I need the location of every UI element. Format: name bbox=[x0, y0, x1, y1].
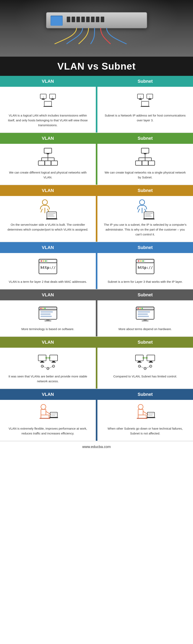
row1-subnet-header: Subnet bbox=[97, 76, 193, 87]
row2-subnet-col: We can create logical networks via a sin… bbox=[97, 144, 193, 185]
cables-svg bbox=[46, 28, 147, 44]
person-laptop-icon-1 bbox=[38, 199, 58, 221]
svg-rect-6 bbox=[44, 101, 51, 106]
row5-subnet-col: More about terms depend on hardware. bbox=[97, 300, 193, 336]
row4-subnet-icon: http:// bbox=[135, 258, 155, 276]
row7-vlan-text: VLAN is extremely flexible, improves per… bbox=[6, 426, 90, 436]
row7-header: VLAN Subnet bbox=[0, 389, 193, 400]
row4-header: VLAN Subnet bbox=[0, 242, 193, 253]
svg-rect-29 bbox=[51, 161, 58, 166]
monitor-ui-icon-1b bbox=[135, 306, 155, 322]
row6-vlan-col: It was seen that VLANs are better and pr… bbox=[0, 348, 96, 388]
footer: www.educba.com bbox=[0, 441, 193, 452]
row2-body: We can create different logical and phys… bbox=[0, 144, 193, 185]
row1-divider bbox=[96, 76, 97, 87]
row6-subnet-text: Compared to VLAN, Subnet has limited con… bbox=[113, 374, 177, 379]
svg-rect-93 bbox=[41, 361, 43, 362]
svg-point-76 bbox=[44, 308, 46, 309]
person-laptop-icon-1b bbox=[135, 199, 155, 221]
svg-rect-127 bbox=[49, 417, 58, 418]
row1-header: VLAN Subnet bbox=[0, 76, 193, 87]
svg-rect-5 bbox=[51, 99, 54, 100]
row3-body-divider bbox=[96, 196, 97, 242]
svg-point-68 bbox=[140, 260, 142, 262]
row4-body-divider bbox=[96, 253, 97, 289]
svg-rect-45 bbox=[46, 218, 57, 220]
router-ports bbox=[67, 16, 104, 22]
row5-body-divider bbox=[96, 300, 97, 336]
network-tree-icon-1b bbox=[135, 148, 155, 168]
port-3 bbox=[76, 16, 80, 22]
svg-rect-137 bbox=[147, 417, 155, 418]
row7-subnet-header: Subnet bbox=[97, 389, 193, 400]
svg-rect-11 bbox=[140, 98, 142, 99]
row5-body: More terminology is based on software. bbox=[0, 300, 193, 336]
svg-line-42 bbox=[41, 209, 42, 212]
svg-rect-7 bbox=[43, 106, 52, 107]
row2-subnet-text: We can create logical networks via a sin… bbox=[103, 170, 187, 180]
row4-vlan-icon: http:// bbox=[38, 258, 58, 276]
row6-subnet-col: Compared to VLAN, Subnet has limited con… bbox=[97, 348, 193, 388]
svg-rect-14 bbox=[149, 98, 151, 99]
row2-body-divider bbox=[96, 144, 97, 185]
row1-vlan-text: VLAN is a logical LAN which includes tra… bbox=[6, 113, 90, 128]
row5-vlan-col: More terminology is based on software. bbox=[0, 300, 96, 336]
port-5 bbox=[86, 16, 90, 22]
row4-subnet-text: Subnet is a term for Layer 3 that works … bbox=[108, 279, 183, 284]
svg-rect-94 bbox=[40, 362, 44, 362]
row3-header: VLAN Subnet bbox=[0, 185, 193, 196]
svg-point-85 bbox=[140, 308, 141, 309]
svg-line-52 bbox=[145, 209, 146, 212]
person-sitting-icon-1 bbox=[38, 404, 58, 424]
computers-icon-1b bbox=[137, 93, 153, 109]
svg-rect-111 bbox=[149, 362, 153, 362]
svg-rect-80 bbox=[46, 319, 49, 320]
compare-row-2: VLAN Subnet bbox=[0, 133, 193, 185]
row4-vlan-text: VLAN is a term for layer 2 that deals wi… bbox=[9, 279, 87, 284]
row3-divider bbox=[96, 185, 97, 196]
row1-body-divider bbox=[96, 87, 97, 132]
row2-header: VLAN Subnet bbox=[0, 133, 193, 144]
svg-rect-12 bbox=[139, 99, 142, 100]
svg-point-49 bbox=[140, 200, 145, 205]
row7-vlan-icon bbox=[38, 405, 58, 423]
row6-vlan-header: VLAN bbox=[0, 337, 96, 348]
hero-image bbox=[0, 0, 193, 57]
row5-vlan-icon bbox=[38, 305, 58, 324]
row1-vlan-col: VLAN is a logical LAN which includes tra… bbox=[0, 87, 96, 132]
svg-rect-28 bbox=[45, 161, 51, 166]
svg-rect-95 bbox=[50, 355, 58, 361]
svg-point-74 bbox=[40, 308, 42, 309]
svg-line-51 bbox=[138, 209, 140, 212]
compare-row-7: VLAN Subnet bbox=[0, 389, 193, 441]
svg-rect-53 bbox=[144, 212, 154, 218]
svg-marker-100 bbox=[45, 357, 47, 359]
port-8 bbox=[101, 16, 104, 22]
row7-subnet-col: When other Subnets go down or have techn… bbox=[97, 400, 193, 441]
svg-rect-30 bbox=[142, 148, 149, 153]
svg-rect-92 bbox=[38, 355, 46, 361]
row4-body: http:// VLAN is a term for layer 2 that … bbox=[0, 253, 193, 289]
router-image bbox=[46, 12, 147, 28]
svg-point-40 bbox=[42, 200, 47, 205]
svg-rect-107 bbox=[138, 361, 141, 362]
row4-subnet-col: http:// Subnet is a term for Layer 3 tha… bbox=[97, 253, 193, 289]
row4-subnet-header: Subnet bbox=[97, 242, 193, 253]
row4-divider bbox=[96, 242, 97, 253]
svg-point-61 bbox=[43, 260, 44, 262]
svg-rect-90 bbox=[144, 319, 147, 320]
browser-icon-1b: http:// bbox=[135, 258, 155, 276]
svg-text:http://: http:// bbox=[40, 266, 56, 270]
port-4 bbox=[81, 16, 85, 22]
svg-rect-109 bbox=[147, 355, 155, 361]
browser-icon-1: http:// bbox=[38, 258, 58, 276]
svg-rect-126 bbox=[50, 412, 57, 417]
svg-point-67 bbox=[138, 260, 140, 262]
svg-rect-88 bbox=[138, 314, 148, 315]
row2-divider bbox=[96, 133, 97, 144]
row3-subnet-icon bbox=[135, 201, 155, 219]
row5-vlan-text: More terminology is based on software. bbox=[21, 327, 74, 332]
svg-rect-16 bbox=[142, 101, 149, 106]
monitor-ui-icon-1 bbox=[38, 306, 58, 322]
svg-rect-4 bbox=[51, 98, 53, 99]
